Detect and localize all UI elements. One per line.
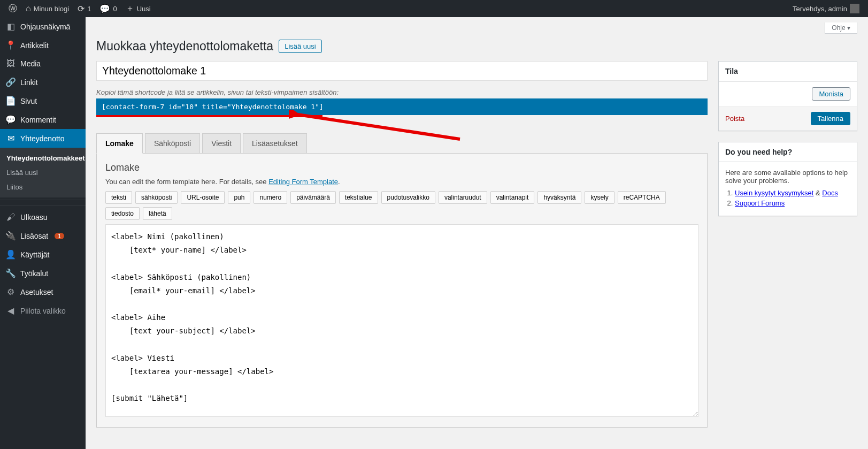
menu-icon: 🔌 — [5, 231, 16, 241]
tag-generator-päivämäärä[interactable]: päivämäärä — [290, 191, 336, 204]
collapse-icon: ◀ — [5, 306, 16, 316]
help-postbox-title: Do you need help? — [719, 142, 857, 162]
site-name: Minun blogi — [34, 5, 70, 13]
sidebar-item-label: Artikkelit — [20, 41, 49, 50]
duplicate-button[interactable]: Monista — [812, 87, 850, 101]
tag-generator-lähetä[interactable]: lähetä — [143, 207, 172, 220]
plus-icon: ＋ — [126, 3, 134, 14]
sidebar-item-yhteydenotto[interactable]: ✉Yhteydenotto — [0, 129, 86, 148]
updates-link[interactable]: ⟳1 — [73, 0, 95, 17]
form-template-textarea[interactable] — [105, 224, 698, 417]
sidebar-item-label: Yhteydenotto — [20, 134, 65, 143]
sidebar-item-label: Työkalut — [20, 269, 48, 278]
tag-generator-kysely[interactable]: kysely — [585, 191, 614, 204]
help-list-item: Usein kysytyt kysymykset & Docs — [735, 189, 850, 197]
tab-viestit[interactable]: Viestit — [202, 133, 241, 154]
tag-generator-valintanapit[interactable]: valintanapit — [490, 191, 535, 204]
shortcode-hint-text: Kopioi tämä shortcode ja liitä se artikk… — [96, 88, 708, 96]
sidebar-item-label: Ulkoasu — [20, 213, 48, 222]
tag-generator-tiedosto[interactable]: tiedosto — [105, 207, 140, 220]
sidebar-item-kyttjt[interactable]: 👤Käyttäjät — [0, 245, 86, 264]
sidebar-item-label: Asetukset — [20, 288, 53, 296]
sidebar-item-label: Ohjausnäkymä — [20, 22, 70, 31]
updates-count: 1 — [87, 5, 91, 13]
menu-icon: 📍 — [5, 40, 16, 50]
sidebar-item-label: Lisäosat — [20, 232, 48, 240]
new-content-link[interactable]: ＋Uusi — [121, 0, 155, 17]
form-panel-heading: Lomake — [105, 162, 698, 173]
tag-generator-tekstialue[interactable]: tekstialue — [339, 191, 378, 204]
status-postbox: Tila Monista Poista Tallenna — [718, 61, 857, 131]
tag-generator-puh[interactable]: puh — [228, 191, 250, 204]
sidebar-item-linkit[interactable]: 🔗Linkit — [0, 73, 86, 92]
comment-icon: 💬 — [99, 4, 110, 14]
help-link[interactable]: Support Forums — [735, 199, 785, 207]
sidebar-item-ulkoasu[interactable]: 🖌Ulkoasu — [0, 208, 86, 226]
help-list-item: Support Forums — [735, 199, 850, 207]
sidebar-item-tykalut[interactable]: 🔧Työkalut — [0, 264, 86, 283]
admin-toolbar: ⓦ ⌂Minun blogi ⟳1 💬0 ＋Uusi Tervehdys, ad… — [0, 0, 868, 17]
new-label: Uusi — [137, 5, 151, 13]
submenu-item[interactable]: Liitos — [0, 180, 86, 194]
sidebar-item-label: Media — [20, 59, 41, 68]
sidebar-item-sivut[interactable]: 📄Sivut — [0, 92, 86, 110]
sidebar-item-label: Kommentit — [20, 116, 56, 124]
save-button[interactable]: Tallenna — [811, 112, 850, 125]
menu-icon: 👤 — [5, 249, 16, 260]
sidebar-item-label: Linkit — [20, 78, 38, 87]
comments-link[interactable]: 💬0 — [95, 0, 121, 17]
sidebar-item-artikkelit[interactable]: 📍Artikkelit — [0, 36, 86, 55]
menu-icon: ✉ — [5, 133, 16, 143]
account-link[interactable]: Tervehdys, admin — [788, 0, 864, 17]
menu-icon: 🖌 — [5, 212, 16, 222]
greeting-text: Tervehdys, admin — [793, 5, 847, 13]
tag-generator-URLosoite[interactable]: URL-osoite — [181, 191, 225, 204]
menu-icon: 💬 — [5, 115, 16, 125]
tag-generator-pudotusvalikko[interactable]: pudotusvalikko — [381, 191, 435, 204]
sidebar-item-lisosat[interactable]: 🔌Lisäosat1 — [0, 226, 86, 245]
shortcode-display[interactable]: [contact-form-7 id="10" title="Yhteydeno… — [96, 98, 708, 115]
form-title-input[interactable] — [96, 61, 708, 81]
status-postbox-title: Tila — [719, 62, 857, 81]
tab-shkposti[interactable]: Sähköposti — [145, 133, 200, 154]
menu-icon: ◧ — [5, 21, 16, 32]
help-link[interactable]: Docs — [822, 189, 838, 197]
tag-generator-hyväksyntä[interactable]: hyväksyntä — [537, 191, 581, 204]
sidebar-item-kommentit[interactable]: 💬Kommentit — [0, 110, 86, 129]
sidebar-item-asetukset[interactable]: ⚙Asetukset — [0, 283, 86, 301]
home-icon: ⌂ — [26, 4, 31, 13]
tag-generator-teksti[interactable]: teksti — [105, 191, 132, 204]
tab-lisasetukset[interactable]: Lisäasetukset — [243, 133, 307, 154]
editing-template-link[interactable]: Editing Form Template — [268, 178, 338, 186]
tag-generator-valintaruudut[interactable]: valintaruudut — [439, 191, 487, 204]
collapse-menu-button[interactable]: ◀Piilota valikko — [0, 301, 86, 320]
delete-link[interactable]: Poista — [725, 115, 744, 123]
tag-generator-numero[interactable]: numero — [254, 191, 287, 204]
tab-lomake[interactable]: Lomake — [96, 133, 143, 154]
sidebar-item-media[interactable]: 🖼Media — [0, 55, 86, 73]
comments-count: 0 — [113, 5, 117, 13]
menu-icon: 📄 — [5, 96, 16, 106]
wordpress-logo-link[interactable]: ⓦ — [4, 0, 21, 17]
add-new-button[interactable]: Lisää uusi — [279, 40, 322, 53]
menu-icon: 🖼 — [5, 59, 16, 69]
help-postbox: Do you need help? Here are some availabl… — [718, 142, 857, 216]
help-intro-text: Here are some available options to help … — [725, 169, 850, 185]
sidebar-item-ohjausnkym[interactable]: ◧Ohjausnäkymä — [0, 17, 86, 36]
sidebar-item-label: Sivut — [20, 97, 37, 105]
site-link[interactable]: ⌂Minun blogi — [21, 0, 73, 17]
menu-icon: ⚙ — [5, 287, 16, 297]
help-link[interactable]: Usein kysytyt kysymykset — [735, 189, 813, 197]
tag-generator-reCAPTCHA[interactable]: reCAPTCHA — [618, 191, 666, 204]
main-content: Ohje ▾ Muokkaa yhteydenottolomaketta Lis… — [86, 17, 868, 449]
avatar — [850, 4, 859, 13]
help-tab-button[interactable]: Ohje ▾ — [825, 22, 857, 34]
page-title: Muokkaa yhteydenottolomaketta — [96, 39, 273, 54]
sidebar-item-label: Käyttäjät — [20, 250, 49, 259]
menu-icon: 🔗 — [5, 77, 16, 87]
submenu-item[interactable]: Yhteydenottolomakkeet — [0, 151, 86, 165]
submenu-item[interactable]: Lisää uusi — [0, 165, 86, 180]
form-panel-instruction: You can edit the form template here. For… — [105, 178, 698, 186]
refresh-icon: ⟳ — [78, 4, 85, 14]
tag-generator-sähköposti[interactable]: sähköposti — [135, 191, 178, 204]
